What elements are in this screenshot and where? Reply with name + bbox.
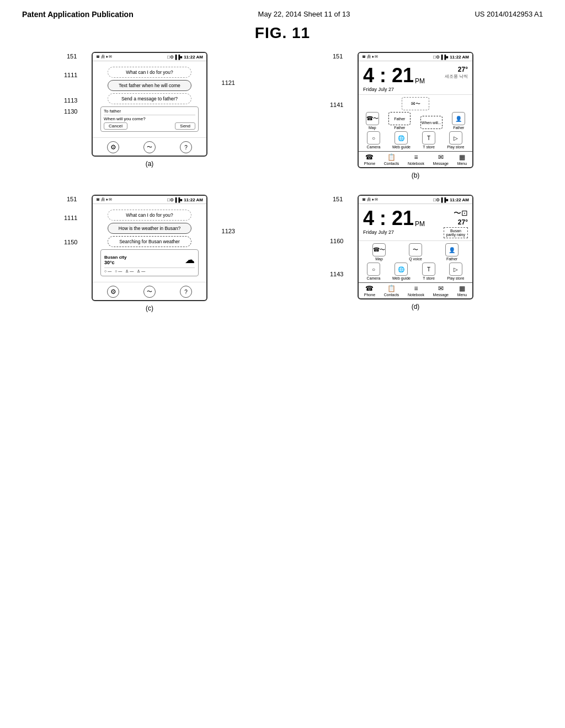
weather-header-c: Busan city 30°c ☁ bbox=[104, 254, 195, 266]
app-playstore-b[interactable]: ▷ Play store bbox=[447, 131, 464, 149]
app-map-d[interactable]: ☎〜 Map bbox=[372, 243, 386, 261]
nav-contacts-d[interactable]: 📋 Contacts bbox=[384, 285, 399, 297]
icon-help-c[interactable]: ? bbox=[180, 286, 192, 298]
app-webguide-b[interactable]: 🌐 Web guide bbox=[392, 131, 411, 149]
app-webguide-d[interactable]: 🌐 Web guide bbox=[392, 263, 411, 280]
menu-nav-icon-d: ▦ bbox=[459, 285, 465, 292]
phone-content-a: What can I do for you? Text father when … bbox=[93, 61, 206, 137]
diagram-c: 151 1111 1123 1150 ☎ 鼎 ♦ ✉ □⊙▐▐■ 11:22 A… bbox=[17, 190, 282, 323]
ref-1130: 1130 bbox=[64, 108, 77, 115]
app-area-d: ☎〜 Map 〜 Q voice 👤 Father bbox=[359, 241, 472, 282]
ref-1113-a: 1113 bbox=[64, 97, 77, 104]
weather-card-c: Busan city 30°c ☁ ○ — ○ — ♙ — ♙ — bbox=[100, 249, 199, 276]
ref-151-d: 151 bbox=[333, 196, 343, 202]
diagram-d: 151 1160 1143 ☎ 鼎 ♦ ✉ □⊙▐▐■ 11:22 AM 4 :… bbox=[282, 190, 548, 323]
app-row2-b: ☎〜 Map Father Father When will... 👤 bbox=[361, 112, 470, 130]
icon-settings-a[interactable]: ⚙ bbox=[107, 141, 119, 153]
bubble-what-can-do-c: What can I do for you? bbox=[108, 210, 191, 221]
ref-1123: 1123 bbox=[222, 228, 235, 234]
help-icon: ? bbox=[180, 141, 192, 153]
webguide-icon-d: 🌐 bbox=[395, 263, 408, 276]
message-nav-icon: ✉ bbox=[438, 153, 444, 161]
playstore-icon-d: ▷ bbox=[449, 263, 462, 276]
icon-settings-c[interactable]: ⚙ bbox=[107, 286, 119, 298]
nav-phone-d[interactable]: ☎ Phone bbox=[364, 285, 375, 297]
app-tstore-d[interactable]: T T store bbox=[422, 263, 435, 280]
nav-menu-d[interactable]: ▦ Menu bbox=[457, 285, 467, 297]
ref-1160: 1160 bbox=[330, 238, 343, 244]
status-time-c: □⊙▐▐■ 11:22 AM bbox=[167, 197, 203, 202]
status-bar-b: ☎ 鼎 ♦ ✉ □⊙▐▐■ 11:22 AM bbox=[359, 53, 472, 61]
bubble-weather-c: How is the weather in Busan? bbox=[108, 223, 191, 234]
send-button[interactable]: Send bbox=[175, 122, 195, 130]
app-map-b[interactable]: ☎〜 Map bbox=[366, 112, 379, 130]
sheet-info: May 22, 2014 Sheet 11 of 13 bbox=[258, 10, 350, 18]
ref-1111-c: 1111 bbox=[64, 215, 77, 221]
icon-voice-a[interactable]: 〜 bbox=[143, 141, 156, 153]
app-camera-d[interactable]: ○ Camera bbox=[367, 263, 381, 280]
diagram-label-a: (a) bbox=[146, 160, 154, 168]
app-qvoice-d[interactable]: 〜 Q voice bbox=[409, 243, 422, 261]
app-father2-b[interactable]: 👤 Father bbox=[452, 112, 465, 130]
clock-date-b: Friday July 27 bbox=[363, 87, 425, 92]
app-father-b[interactable]: Father Father bbox=[388, 112, 411, 130]
figure-title: FIG. 11 bbox=[0, 24, 565, 42]
contacts-nav-icon-d: 📋 bbox=[387, 285, 396, 292]
bottom-nav-d: ☎ Phone 📋 Contacts ≡ Notebook ✉ Message bbox=[359, 282, 472, 298]
diagram-label-b: (b) bbox=[412, 172, 420, 179]
nav-notebook-b[interactable]: ≡ Notebook bbox=[408, 153, 424, 165]
app-playstore-d[interactable]: ▷ Play store bbox=[447, 263, 464, 280]
bubble-searching-c: Searching for Busan weather bbox=[108, 236, 191, 247]
page-header: Patent Application Publication May 22, 2… bbox=[0, 0, 565, 19]
icon-voice-c[interactable]: 〜 bbox=[143, 286, 156, 298]
diagram-label-c: (c) bbox=[146, 304, 153, 312]
map-icon: ☎〜 bbox=[366, 112, 379, 125]
app-when-b[interactable]: When will... bbox=[420, 116, 443, 130]
voice-icon: 〜 bbox=[143, 141, 156, 153]
status-icons-b: ☎ 鼎 ♦ ✉ bbox=[362, 54, 378, 60]
phone-frame-b: ☎ 鼎 ♦ ✉ □⊙▐▐■ 11:22 AM 4 : 21 PM Friday … bbox=[358, 52, 473, 168]
nav-contacts-b[interactable]: 📋 Contacts bbox=[384, 153, 399, 165]
qvoice-icon-d: 〜 bbox=[409, 243, 422, 256]
notebook-nav-icon: ≡ bbox=[414, 153, 418, 161]
ref-1121: 1121 bbox=[222, 79, 235, 86]
bottom-icons-c: ⚙ 〜 ? bbox=[93, 282, 206, 300]
weather-cloud-icon: ☁ bbox=[185, 254, 195, 266]
clock-date-d: Friday July 27 bbox=[363, 229, 425, 235]
bubble-send-message: Send a message to father? bbox=[108, 93, 191, 104]
father-compose-icon: Father bbox=[388, 112, 411, 125]
cancel-button[interactable]: Cancel bbox=[104, 122, 127, 130]
weather-detail: ○ — ○ — ♙ — ♙ — bbox=[104, 267, 195, 274]
message-nav-icon-d: ✉ bbox=[438, 285, 444, 292]
status-bar-a: ☎ 鼎 ♦ ✉ □⊙▐▐■ 11:22 AM bbox=[93, 53, 206, 61]
ref-1143: 1143 bbox=[330, 271, 343, 277]
clock-left-d: 4 : 21 PM Friday July 27 bbox=[363, 208, 425, 235]
nav-menu-b[interactable]: ▦ Menu bbox=[457, 153, 467, 165]
status-icons-a: ☎ 鼎 ♦ ✉ bbox=[96, 54, 112, 60]
tstore-icon-d: T bbox=[422, 263, 435, 276]
nav-notebook-d[interactable]: ≡ Notebook bbox=[408, 285, 424, 297]
ref-1141: 1141 bbox=[330, 101, 343, 108]
phone-nav-icon: ☎ bbox=[365, 153, 374, 161]
app-row3-b: ○ Camera 🌐 Web guide T T store ▷ bbox=[361, 131, 470, 149]
playstore-icon-b: ▷ bbox=[449, 131, 462, 144]
voice-icon-c: 〜 bbox=[143, 286, 156, 298]
status-bar-d: ☎ 鼎 ♦ ✉ □⊙▐▐■ 11:22 AM bbox=[359, 196, 472, 204]
patent-number: US 2014/0142953 A1 bbox=[475, 10, 543, 18]
app-camera-b[interactable]: ○ Camera bbox=[367, 131, 381, 149]
bubble-what-can-do: What can I do for you? bbox=[108, 67, 191, 78]
nav-message-d[interactable]: ✉ Message bbox=[433, 285, 449, 297]
nav-phone-b[interactable]: ☎ Phone bbox=[364, 153, 375, 165]
tstore-icon-b: T bbox=[422, 131, 435, 144]
clock-row-b: 4 : 21 PM Friday July 27 27° 세조풍 낙씩 bbox=[363, 66, 468, 92]
temp-sub-b: 세조풍 낙씩 bbox=[445, 73, 468, 79]
app-father-d[interactable]: 👤 Father bbox=[445, 243, 459, 261]
clock-row-d: 4 : 21 PM Friday July 27 〜⊡ 27° Busan bbox=[363, 208, 468, 238]
message-wave-icon[interactable]: ✉〜 bbox=[402, 97, 429, 110]
status-icons-d: ☎ 鼎 ♦ ✉ bbox=[362, 197, 378, 202]
nav-message-b[interactable]: ✉ Message bbox=[433, 153, 449, 165]
icon-help-a[interactable]: ? bbox=[180, 141, 192, 153]
camera-icon-b: ○ bbox=[367, 131, 380, 144]
phone-frame-a: ☎ 鼎 ♦ ✉ □⊙▐▐■ 11:22 AM What can I do for… bbox=[92, 52, 207, 157]
app-tstore-b[interactable]: T T store bbox=[422, 131, 435, 149]
